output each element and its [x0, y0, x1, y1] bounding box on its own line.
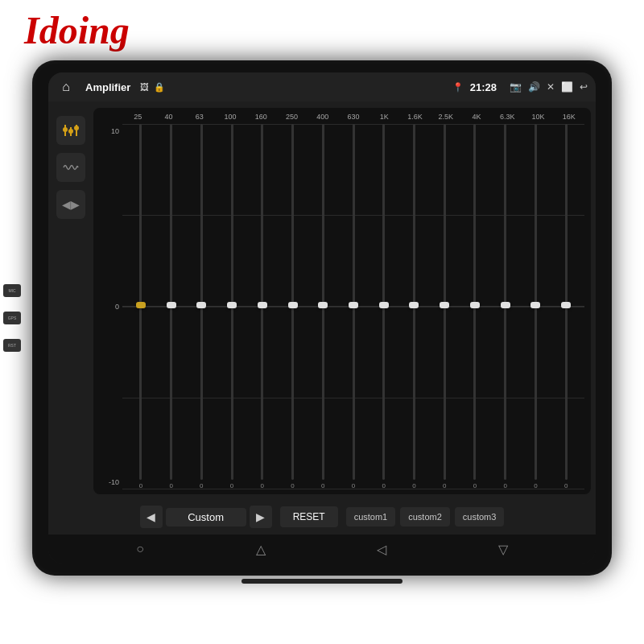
app-title: Amplifier	[85, 81, 130, 93]
eq-slider-col-630[interactable]: 0	[338, 124, 369, 489]
eq-slider-track-160	[261, 124, 263, 480]
prev-preset-button[interactable]: ◀	[140, 506, 163, 528]
eq-y-labels: 10 0 -10	[100, 124, 122, 489]
eq-slider-value-100: 0	[230, 482, 233, 489]
eq-slider-handle-63[interactable]	[196, 302, 206, 308]
eq-slider-track-630	[353, 124, 355, 480]
eq-slider-track-400	[322, 124, 324, 480]
eq-slider-value-1K: 0	[382, 482, 386, 489]
custom2-button[interactable]: custom2	[400, 507, 450, 526]
freq-label-630: 630	[338, 113, 369, 121]
eq-slider-col-40[interactable]: 0	[156, 124, 187, 489]
eq-slider-handle-400[interactable]	[318, 302, 328, 308]
freq-label-400: 400	[308, 113, 338, 121]
image-icon: 🖼	[140, 82, 149, 92]
eq-slider-handle-16K[interactable]	[561, 302, 571, 308]
eq-slider-value-10K: 0	[534, 482, 537, 489]
screen-content: ⌂ Amplifier 🖼 🔒 📍 21:28 📷 🔊 ✕ ⬜ ↩	[48, 72, 596, 564]
eq-slider-handle-630[interactable]	[349, 302, 358, 308]
eq-slider-handle-10K[interactable]	[530, 302, 540, 308]
status-bar: ⌂ Amplifier 🖼 🔒 📍 21:28 📷 🔊 ✕ ⬜ ↩	[48, 72, 596, 101]
freq-label-6-3k: 6.3K	[492, 113, 522, 121]
eq-preset-label: Custom	[166, 508, 246, 526]
eq-slider-col-1K[interactable]: 0	[369, 124, 399, 489]
android-home-icon[interactable]: ○	[136, 542, 144, 556]
eq-slider-handle-250[interactable]	[288, 302, 298, 308]
eq-slider-value-250: 0	[291, 482, 294, 489]
eq-slider-track-1K	[382, 124, 385, 480]
eq-slider-col-63[interactable]: 0	[186, 124, 217, 489]
home-icon[interactable]: ⌂	[56, 77, 76, 97]
eq-slider-col-25[interactable]: 0	[126, 124, 156, 489]
eq-slider-handle-40[interactable]	[167, 302, 176, 308]
custom1-button[interactable]: custom1	[346, 507, 396, 526]
eq-slider-handle-1.6K[interactable]	[409, 302, 419, 308]
eq-slider-value-1.6K: 0	[412, 482, 415, 489]
next-preset-button[interactable]: ▶	[250, 506, 272, 528]
android-back-icon[interactable]: ◁	[377, 542, 386, 557]
eq-slider-handle-1K[interactable]	[379, 302, 389, 308]
lock-icon: 🔒	[154, 82, 165, 93]
freq-label-10k: 10K	[522, 113, 553, 121]
back-icon[interactable]: ↩	[580, 81, 588, 93]
eq-slider-col-160[interactable]: 0	[247, 124, 278, 489]
eq-slider-col-2.5K[interactable]: 0	[429, 124, 460, 489]
device-screen: ⌂ Amplifier 🖼 🔒 📍 21:28 📷 🔊 ✕ ⬜ ↩	[48, 72, 596, 564]
eq-slider-col-250[interactable]: 0	[278, 124, 308, 489]
eq-slider-handle-4K[interactable]	[470, 302, 480, 308]
eq-slider-track-63	[200, 124, 203, 480]
window-icon[interactable]: ⬜	[561, 81, 573, 93]
freq-label-16k: 16K	[554, 113, 584, 121]
eq-slider-value-400: 0	[321, 482, 324, 489]
eq-slider-col-6.3K[interactable]: 0	[490, 124, 521, 489]
android-vol-icon[interactable]: ▽	[498, 542, 508, 557]
channel-icon[interactable]: ◀▶	[56, 190, 85, 219]
svg-point-5	[74, 126, 79, 130]
rst-button[interactable]: RST	[3, 339, 21, 352]
status-icons: 🖼 🔒	[140, 82, 165, 93]
eq-y-neg10: -10	[100, 478, 119, 486]
freq-label-250: 250	[276, 113, 307, 121]
eq-slider-handle-25[interactable]	[136, 302, 146, 308]
eq-slider-col-16K[interactable]: 0	[551, 124, 581, 489]
freq-label-2-5k: 2.5K	[431, 113, 461, 121]
eq-sliders-area: 000000000000000	[122, 124, 584, 489]
eq-slider-track-40	[170, 124, 172, 480]
eq-slider-value-4K: 0	[473, 482, 477, 489]
camera-icon: 📷	[510, 81, 522, 93]
custom3-button[interactable]: custom3	[455, 507, 505, 526]
left-side-buttons: MIC GPS RST	[3, 284, 21, 352]
freq-label-63: 63	[184, 113, 215, 121]
android-menu-icon[interactable]: △	[256, 542, 266, 557]
eq-slider-col-10K[interactable]: 0	[521, 124, 551, 489]
eq-slider-value-630: 0	[352, 482, 355, 489]
nav-bar: ○ △ ◁ ▽	[48, 535, 596, 564]
page-wrapper: Idoing MIC GPS RST ⌂ Amplifier	[0, 0, 644, 644]
eq-slider-col-400[interactable]: 0	[308, 124, 338, 489]
freq-label-4k: 4K	[461, 113, 492, 121]
eq-slider-handle-6.3K[interactable]	[501, 302, 510, 308]
freq-label-100: 100	[215, 113, 246, 121]
freq-label-25: 25	[122, 113, 153, 121]
eq-slider-col-1.6K[interactable]: 0	[399, 124, 430, 489]
eq-slider-value-63: 0	[200, 482, 203, 489]
reset-button[interactable]: RESET	[280, 506, 338, 527]
eq-grid: 10 0 -10	[100, 124, 584, 489]
waveform-icon[interactable]	[56, 153, 85, 182]
eq-slider-value-2.5K: 0	[443, 482, 446, 489]
eq-slider-track-10K	[535, 124, 537, 480]
eq-slider-col-100[interactable]: 0	[217, 124, 247, 489]
equalizer-icon[interactable]	[56, 116, 85, 145]
close-icon[interactable]: ✕	[547, 81, 555, 93]
eq-bottom-controls: ◀ Custom ▶ RESET custom1 custom2 custom3	[48, 499, 596, 535]
volume-icon[interactable]: 🔊	[528, 81, 540, 93]
eq-sidebar: ◀▶	[52, 108, 90, 494]
eq-slider-track-25	[139, 124, 142, 480]
eq-slider-track-16K	[565, 124, 568, 480]
eq-slider-handle-100[interactable]	[227, 302, 237, 308]
eq-slider-track-4K	[473, 124, 476, 480]
eq-slider-handle-2.5K[interactable]	[440, 302, 449, 308]
eq-slider-handle-160[interactable]	[258, 302, 267, 308]
freq-label-1-6k: 1.6K	[399, 113, 430, 121]
eq-slider-col-4K[interactable]: 0	[460, 124, 490, 489]
